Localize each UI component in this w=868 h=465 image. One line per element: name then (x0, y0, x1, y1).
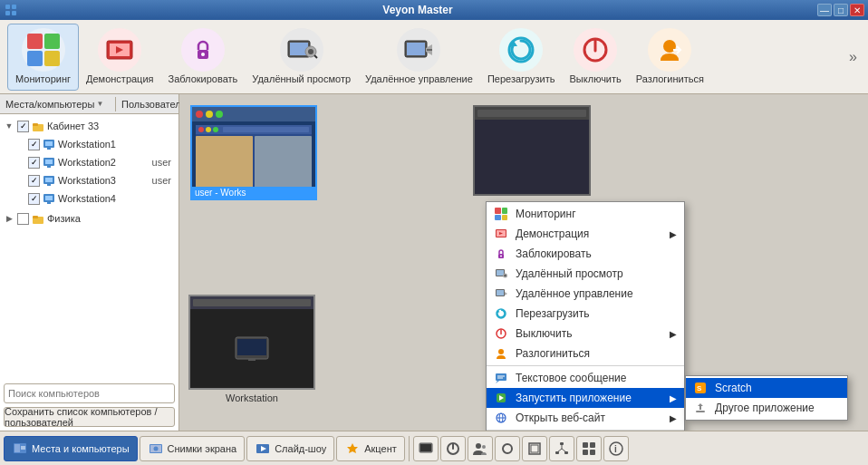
ctx-reboot[interactable]: Перезагрузить (487, 304, 684, 324)
ctx-open-web-arrow: ▶ (670, 413, 677, 423)
title-bar: Veyon Master — □ ✕ (0, 0, 868, 20)
checkbox-ws4[interactable]: ✓ (28, 193, 40, 205)
thumb-ws3[interactable]: Workstation3 (473, 105, 591, 210)
tab-screenshots[interactable]: Снимки экрана (140, 436, 246, 461)
toolbar: Мониторинг Демонстрация Заблокировать (0, 20, 868, 94)
ws1-label: Workstation1 (58, 139, 116, 150)
ctx-remote-view[interactable]: Удалённый просмотр (487, 264, 684, 284)
ctx-remote-ctrl[interactable]: Удалённое управление (487, 284, 684, 304)
tree-item-cabinet33[interactable]: ▼ ✓ Кабинет 33 (0, 117, 178, 135)
tree-group-fizika: ▶ Физика (0, 208, 178, 228)
svg-point-8 (201, 53, 205, 56)
ctx-sep2 (487, 430, 684, 431)
tab-accent[interactable]: Акцент (336, 436, 405, 461)
btn-users[interactable] (468, 436, 493, 461)
reboot-icon (499, 28, 543, 72)
toolbar-demo[interactable]: Демонстрация (79, 24, 161, 91)
ctx-lock-icon (494, 247, 508, 261)
btn-info[interactable]: i (603, 436, 629, 461)
maximize-button[interactable]: □ (834, 4, 848, 16)
btn-screen-blank[interactable] (413, 436, 439, 461)
svg-point-57 (498, 349, 504, 354)
ctx-poweroff-arrow: ▶ (670, 329, 677, 339)
tree-item-ws3[interactable]: ✓ Workstation3 user (11, 171, 178, 189)
logout-label: Разлогиниться (636, 73, 704, 85)
expand-ws4 (14, 193, 25, 204)
checkbox-cabinet33[interactable]: ✓ (17, 121, 29, 132)
ctx-lock[interactable]: Заблокировать (487, 244, 684, 264)
window-controls: — □ ✕ (817, 4, 864, 16)
expand-icon[interactable]: ▼ (4, 121, 14, 131)
thumb-ws1[interactable]: user - Works (190, 105, 317, 210)
ctx-message[interactable]: Текстовое сообщение (487, 368, 684, 388)
slideshow-icon (255, 441, 271, 457)
toolbar-more[interactable]: » (845, 45, 861, 69)
toolbar-monitoring[interactable]: Мониторинг (7, 24, 79, 91)
toolbar-reboot[interactable]: Перезагрузить (480, 24, 563, 91)
svg-rect-58 (496, 373, 506, 381)
save-button[interactable]: Сохранить список компьютеров / пользоват… (4, 407, 175, 427)
toolbar-remote-view[interactable]: Удалённый просмотр (245, 24, 358, 91)
submenu-scratch[interactable]: S Scratch (686, 378, 847, 398)
thumb-img-ws1: user - Works (190, 105, 317, 200)
svg-rect-40 (248, 359, 256, 361)
ctx-open-web-label: Открыть веб-сайт (516, 412, 605, 424)
btn-network[interactable] (549, 436, 574, 461)
tab-slideshow[interactable]: Слайд-шоу (246, 436, 334, 461)
btn-circle[interactable] (495, 436, 520, 461)
svg-rect-102 (583, 450, 588, 455)
btn-grid[interactable] (576, 436, 602, 461)
minimize-button[interactable]: — (817, 4, 832, 16)
other-app-label: Другое приложение (715, 402, 815, 414)
checkbox-ws2[interactable]: ✓ (28, 157, 40, 169)
ctx-demo[interactable]: Демонстрация ▶ (487, 224, 684, 244)
expand-fizika[interactable]: ▶ (4, 213, 14, 224)
ctx-run-app[interactable]: Запустить приложение ▶ (487, 388, 684, 408)
checkbox-ws3[interactable]: ✓ (28, 175, 40, 187)
tab-locations-label: Места и компьютеры (32, 443, 130, 454)
tab-locations[interactable]: Места и компьютеры (4, 436, 138, 461)
checkbox-fizika[interactable] (17, 213, 29, 225)
ctx-monitoring[interactable]: Мониторинг (487, 204, 684, 224)
svg-point-45 (500, 256, 502, 257)
monitoring-icon (22, 28, 65, 72)
folder-icon (32, 120, 44, 132)
separator-1 (409, 436, 410, 461)
svg-rect-29 (47, 166, 51, 168)
svg-rect-25 (45, 141, 53, 146)
ctx-poweroff[interactable]: Выключить ▶ (487, 324, 684, 344)
dropdown-arrow[interactable]: ▼ (96, 100, 103, 108)
tree-item-ws4[interactable]: ✓ Workstation4 (11, 189, 178, 208)
ctx-run-app-icon (494, 391, 508, 405)
tree-item-ws1[interactable]: ✓ Workstation1 (11, 135, 178, 153)
tree-item-ws2[interactable]: ✓ Workstation2 user (11, 153, 178, 171)
svg-rect-15 (407, 43, 425, 55)
tree-group-cabinet33: ▼ ✓ Кабинет 33 ✓ (0, 116, 178, 208)
ctx-logout[interactable]: Разлогиниться (487, 344, 684, 363)
ctx-open-web[interactable]: Открыть веб-сайт ▶ (487, 408, 684, 428)
btn-fullscreen[interactable] (522, 436, 547, 461)
ctx-message-icon (494, 371, 508, 385)
toolbar-logout[interactable]: Разлогиниться (629, 24, 711, 91)
tab-slideshow-label: Слайд-шоу (275, 443, 326, 454)
close-button[interactable]: ✕ (850, 4, 864, 16)
ws2-bottom-label: Workstation (188, 392, 315, 403)
ctx-reboot-label: Перезагрузить (516, 307, 589, 320)
svg-rect-93 (531, 445, 538, 452)
btn-power[interactable] (440, 436, 466, 461)
submenu-other-app[interactable]: Другое приложение (686, 398, 847, 418)
thumb-img-ws2 (188, 295, 315, 390)
expand-ws2 (14, 157, 25, 168)
ws2-user: user (152, 157, 175, 168)
toolbar-remote-ctrl[interactable]: Удалённое управление (358, 24, 480, 91)
svg-line-98 (557, 449, 562, 452)
search-input[interactable] (8, 388, 170, 399)
tree-item-fizika[interactable]: ▶ Физика (0, 209, 178, 228)
toolbar-poweroff[interactable]: Выключить (563, 24, 629, 91)
window-title: Veyon Master (18, 4, 817, 16)
checkbox-ws1[interactable]: ✓ (28, 139, 40, 150)
reboot-label: Перезагрузить (487, 73, 555, 85)
search-box[interactable] (4, 383, 175, 403)
svg-rect-0 (5, 5, 10, 9)
toolbar-lock[interactable]: Заблокировать (161, 24, 246, 91)
